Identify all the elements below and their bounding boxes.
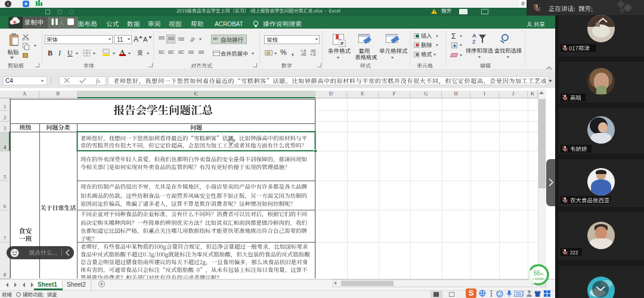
svg-text:1·63KB/s: 1·63KB/s	[532, 277, 545, 281]
